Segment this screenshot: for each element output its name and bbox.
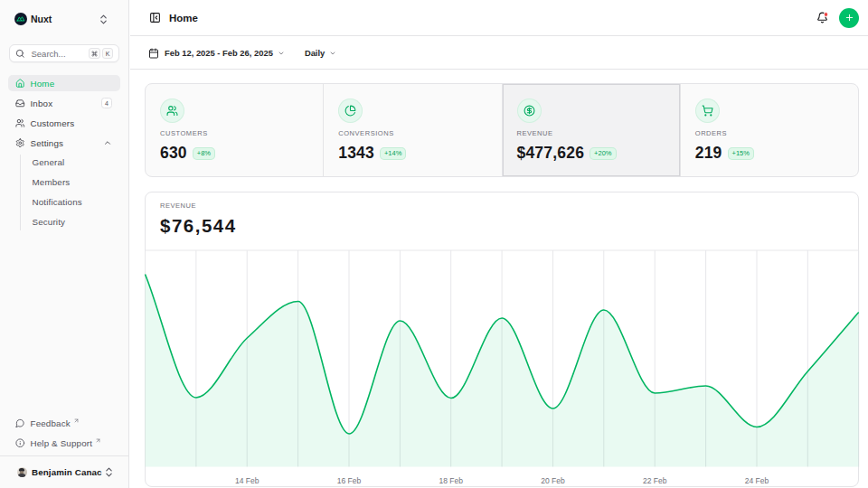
svg-text:22 Feb: 22 Feb <box>643 476 667 485</box>
svg-text:20 Feb: 20 Feb <box>541 476 565 485</box>
svg-text:16 Feb: 16 Feb <box>337 476 362 485</box>
svg-text:14 Feb: 14 Feb <box>235 476 259 485</box>
svg-text:24 Feb: 24 Feb <box>745 476 769 485</box>
svg-text:18 Feb: 18 Feb <box>439 476 463 485</box>
